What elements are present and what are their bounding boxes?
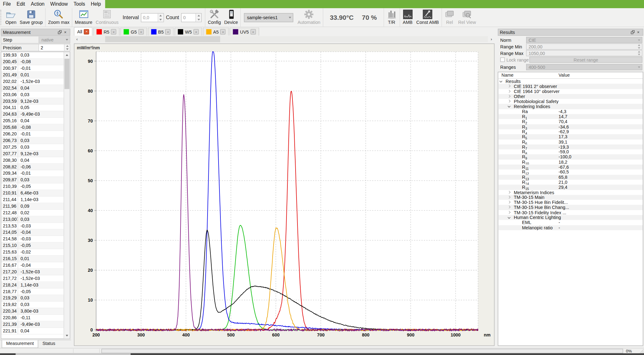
- menu-tools[interactable]: Tools: [71, 0, 88, 8]
- chevron-down-icon[interactable]: [499, 79, 502, 82]
- interval-spinbox[interactable]: 0,0: [141, 13, 164, 22]
- measurement-row[interactable]: 203,599,12e-03: [1, 98, 64, 105]
- toolbar-handle[interactable]: [0, 10, 3, 25]
- chart-tab-w5[interactable]: W5×: [175, 28, 202, 36]
- measurement-row[interactable]: 217,20-1,52e-03: [1, 269, 64, 276]
- measurement-row[interactable]: 200,97-0,01: [1, 65, 64, 72]
- chart-tab-uv5[interactable]: UV5×: [230, 28, 259, 36]
- chevron-right-icon[interactable]: [508, 211, 510, 214]
- tree-row[interactable]: Melanopic ratio-: [498, 225, 643, 230]
- menu-help[interactable]: Help: [88, 0, 104, 8]
- scrollbar-thumb[interactable]: [64, 59, 69, 89]
- precision-spin-buttons[interactable]: [64, 44, 70, 51]
- chart-tab-g5[interactable]: G5×: [120, 28, 147, 36]
- tree-row[interactable]: R1018,2: [498, 160, 643, 165]
- measurement-row[interactable]: 209,34-0,01: [1, 170, 64, 177]
- measurement-row[interactable]: 208,300,04: [1, 157, 64, 164]
- chart-tab-a5[interactable]: A5×: [203, 28, 229, 36]
- measurement-row[interactable]: 213,0070,03: [1, 216, 64, 223]
- measurement-row[interactable]: 203,060,03: [1, 91, 64, 98]
- count-spin-buttons[interactable]: [196, 13, 201, 21]
- menu-action[interactable]: Action: [28, 0, 47, 8]
- chevron-right-icon[interactable]: [508, 95, 510, 98]
- tab-measurement[interactable]: Measurement: [2, 340, 38, 348]
- tree-row[interactable]: R4-62,9: [498, 129, 643, 134]
- measurement-row[interactable]: 212,480,02: [1, 210, 64, 216]
- const-amb-button[interactable]: Const AMB: [415, 8, 441, 27]
- measurement-row[interactable]: 207,779,12e-03: [1, 150, 64, 157]
- measurement-row[interactable]: 217,72-1,52e-03: [1, 275, 64, 282]
- scroll-right-icon[interactable]: ›: [488, 36, 495, 42]
- float-panel-button[interactable]: [57, 30, 62, 35]
- tree-row[interactable]: Results: [498, 79, 643, 84]
- float-panel-button[interactable]: [630, 30, 635, 35]
- measurement-row[interactable]: 199,930,03: [1, 52, 64, 59]
- measurement-row[interactable]: 214,05-0,04: [1, 229, 64, 236]
- measurement-row[interactable]: 214,58-0,03: [1, 236, 64, 243]
- tree-row[interactable]: EML-: [498, 220, 643, 225]
- tree-row[interactable]: R270,4: [498, 119, 643, 124]
- measurement-row[interactable]: 216,67-0,04: [1, 262, 64, 269]
- measurement-row[interactable]: 216,150,01: [1, 256, 64, 262]
- measure-button[interactable]: Measure: [73, 8, 94, 27]
- tree-row[interactable]: Rendering Indices: [498, 104, 643, 109]
- device-button[interactable]: Device: [223, 8, 240, 27]
- lock-range-checkbox[interactable]: [500, 57, 505, 62]
- series-combo[interactable]: sample-series1: [244, 13, 293, 22]
- chevron-right-icon[interactable]: [508, 85, 510, 87]
- measurement-row[interactable]: 211,960,09: [1, 203, 64, 210]
- tree-row[interactable]: R114,7: [498, 114, 643, 119]
- chevron-right-icon[interactable]: [508, 201, 510, 204]
- reset-range-button[interactable]: Reset range: [530, 57, 642, 63]
- measurement-row[interactable]: 204,110,05: [1, 105, 64, 111]
- measurement-row[interactable]: 220,343,80e-03: [1, 308, 64, 315]
- range-min-spinbox[interactable]: 200,00: [526, 43, 642, 50]
- chevron-down-icon[interactable]: [508, 216, 510, 219]
- zoom-max-button[interactable]: Zoom max: [47, 8, 71, 27]
- tree-header-name[interactable]: Name: [498, 72, 555, 79]
- chevron-right-icon[interactable]: [508, 100, 510, 103]
- close-tab-icon[interactable]: ×: [165, 29, 171, 35]
- ranges-combo[interactable]: 400-500: [526, 64, 642, 70]
- chart-tab-all[interactable]: All×: [74, 27, 92, 36]
- scroll-left-icon[interactable]: ‹: [74, 36, 80, 42]
- measurement-row[interactable]: 205,160,04: [1, 118, 64, 124]
- tree-row[interactable]: Photobiological Safety: [498, 99, 643, 104]
- tree-row[interactable]: R1529,4: [498, 185, 643, 190]
- precision-spinbox[interactable]: 2: [39, 44, 70, 51]
- measurement-table-scrollbar[interactable]: [64, 52, 70, 339]
- close-panel-button[interactable]: ×: [636, 30, 641, 35]
- measurement-row[interactable]: 219,290,03: [1, 295, 64, 302]
- measurement-row[interactable]: 215,63-0,02: [1, 249, 64, 256]
- tree-row[interactable]: R8-59,0: [498, 150, 643, 155]
- chart-tab-r5[interactable]: R5×: [93, 28, 120, 36]
- chevron-down-icon[interactable]: [508, 105, 510, 108]
- tree-row[interactable]: TM-30-15 Main: [498, 195, 643, 200]
- menu-window[interactable]: Window: [47, 0, 71, 8]
- continuous-button[interactable]: Continuous: [94, 8, 120, 27]
- chevron-right-icon[interactable]: [508, 206, 510, 209]
- measurement-row[interactable]: 208,82-0,06: [1, 164, 64, 170]
- close-tab-icon[interactable]: ×: [193, 29, 199, 35]
- config-button[interactable]: Config: [206, 8, 223, 27]
- measurement-row[interactable]: 221,910,04: [1, 328, 64, 335]
- measurement-row[interactable]: 206,20-0,01: [1, 131, 64, 138]
- tree-row[interactable]: TM-30-15 Hue Bin Chang...: [498, 205, 643, 210]
- tree-row[interactable]: Metamerism Indices: [498, 190, 643, 195]
- tree-row[interactable]: TM-30-15 Hue Bin Fidelit...: [498, 200, 643, 205]
- save-group-button[interactable]: Save group: [18, 8, 44, 27]
- tree-row[interactable]: R9-100,0: [498, 155, 643, 160]
- measurement-row[interactable]: 220,86-0,11: [1, 315, 64, 321]
- interval-spin-buttons[interactable]: [158, 13, 164, 21]
- close-tab-icon[interactable]: ×: [220, 29, 226, 35]
- tree-row[interactable]: R639,1: [498, 139, 643, 145]
- tree-row[interactable]: R517,3: [498, 134, 643, 139]
- tree-row[interactable]: CIE 1931 2° observer: [498, 84, 643, 89]
- spectrum-chart[interactable]: 2003004005006007008009001000010203040506…: [74, 43, 494, 346]
- range-max-spinbox[interactable]: 1050,00: [526, 50, 642, 56]
- close-tab-icon[interactable]: ×: [251, 29, 256, 35]
- measurement-row[interactable]: 202,02-1,52e-03: [1, 78, 64, 85]
- measurement-row[interactable]: 205,68-0,08: [1, 124, 64, 131]
- measurement-row[interactable]: 215,10-0,05: [1, 243, 64, 249]
- chart-tab-b5[interactable]: B5×: [148, 28, 174, 36]
